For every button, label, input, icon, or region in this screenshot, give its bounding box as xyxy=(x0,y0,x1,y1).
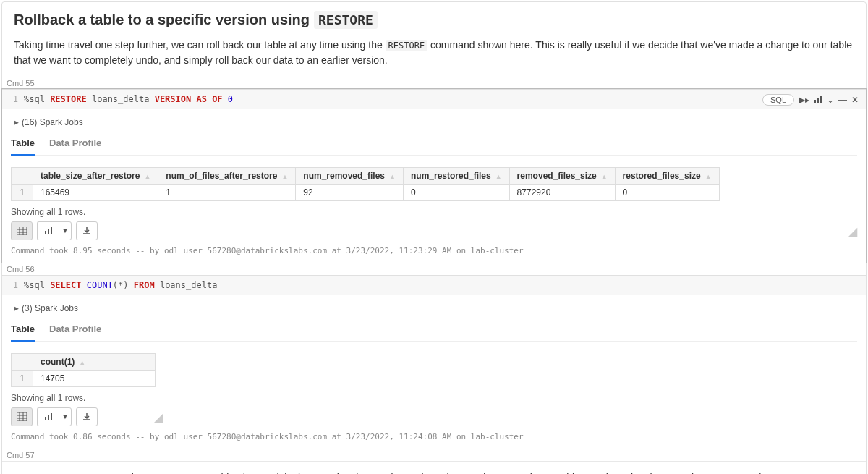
svg-rect-8 xyxy=(45,231,46,234)
index-header[interactable] xyxy=(12,354,33,371)
spark-jobs-toggle[interactable]: ▶ (3) Spark Jobs xyxy=(11,299,857,321)
chart-dropdown-button[interactable]: ▼ xyxy=(59,221,72,240)
code-cell-count[interactable]: 1 %sql SELECT COUNT(*) FROM loans_delta … xyxy=(2,275,866,449)
table-row[interactable]: 1 14705 xyxy=(12,371,156,387)
chart-icon[interactable] xyxy=(814,96,822,104)
chart-view-button-group: ▼ xyxy=(37,221,72,240)
minimize-icon[interactable]: — xyxy=(838,95,847,105)
tab-table[interactable]: Table xyxy=(11,135,35,156)
cell-value: 0 xyxy=(403,185,509,201)
svg-rect-18 xyxy=(51,413,52,420)
tab-table[interactable]: Table xyxy=(11,321,35,342)
svg-rect-16 xyxy=(45,417,46,420)
row-index: 1 xyxy=(12,185,33,201)
output-action-bar: ▼ ◢ xyxy=(11,407,163,426)
close-icon[interactable]: ✕ xyxy=(851,95,859,105)
code-editor[interactable]: 1 %sql RESTORE loans_delta VERSION AS OF… xyxy=(2,90,866,109)
cell-value: 14705 xyxy=(33,371,156,387)
col-header[interactable]: num_removed_files▲ xyxy=(296,168,404,185)
sort-icon[interactable]: ▲ xyxy=(389,173,396,180)
cell-value: 0 xyxy=(615,185,719,201)
sort-icon[interactable]: ▲ xyxy=(495,173,502,180)
triangle-right-icon: ▶ xyxy=(14,119,19,126)
svg-rect-3 xyxy=(17,227,27,235)
tab-data-profile[interactable]: Data Profile xyxy=(49,321,101,341)
col-header[interactable]: num_restored_files▲ xyxy=(403,168,509,185)
col-header[interactable]: restored_files_size▲ xyxy=(615,168,719,185)
table-view-button[interactable] xyxy=(11,221,33,240)
output-tabs: Table Data Profile xyxy=(11,321,857,342)
cell-value: 8772920 xyxy=(509,185,615,201)
heading-restore: Rollback a table to a specific version u… xyxy=(14,11,854,29)
cell-value: 165469 xyxy=(33,185,158,201)
cell-output: ▶ (16) Spark Jobs Table Data Profile tab… xyxy=(2,109,866,263)
cmd-label-57: Cmd 57 xyxy=(2,449,866,461)
index-header[interactable] xyxy=(12,168,33,185)
sort-icon[interactable]: ▲ xyxy=(79,359,85,366)
col-header[interactable]: count(1)▲ xyxy=(33,354,156,371)
language-badge[interactable]: SQL xyxy=(762,94,794,106)
paragraph-conclusion: So as you can see, now when we query our… xyxy=(14,470,854,474)
code-editor[interactable]: 1 %sql SELECT COUNT(*) FROM loans_delta xyxy=(2,276,866,295)
table-view-button[interactable] xyxy=(11,407,33,426)
cmd-label-56: Cmd 56 xyxy=(2,263,866,275)
svg-rect-0 xyxy=(814,100,816,103)
inline-code-restore-body: RESTORE xyxy=(386,40,428,51)
svg-rect-17 xyxy=(48,415,49,420)
command-meta: Command took 8.95 seconds -- by odl_user… xyxy=(11,246,857,255)
run-icon[interactable]: ▶▸ xyxy=(799,95,809,105)
markdown-cell-restore-intro: Rollback a table to a specific version u… xyxy=(2,2,866,77)
resize-handle[interactable]: ◢ xyxy=(154,410,163,424)
markdown-cell-conclusion: So as you can see, now when we query our… xyxy=(2,461,866,474)
download-button[interactable] xyxy=(76,407,98,426)
sort-icon[interactable]: ▲ xyxy=(601,173,608,180)
paragraph-restore-body: Taking time travel one step further, we … xyxy=(14,38,854,68)
output-tabs: Table Data Profile xyxy=(11,135,857,156)
chart-view-button-group: ▼ xyxy=(37,407,72,426)
col-header[interactable]: removed_files_size▲ xyxy=(509,168,615,185)
svg-rect-10 xyxy=(51,227,52,234)
cmd-label-55: Cmd 55 xyxy=(2,77,866,89)
sort-icon[interactable]: ▲ xyxy=(144,173,150,180)
output-action-bar: ▼ ◢ xyxy=(11,221,857,240)
svg-rect-2 xyxy=(820,96,822,103)
cell-toolbar: SQL ▶▸ ⌄ — ✕ xyxy=(762,94,859,106)
code-content[interactable]: %sql RESTORE loans_delta VERSION AS OF 0 xyxy=(24,94,233,104)
sort-icon[interactable]: ▲ xyxy=(705,173,712,180)
spark-jobs-toggle[interactable]: ▶ (16) Spark Jobs xyxy=(11,113,857,135)
result-table: count(1)▲ 1 14705 xyxy=(11,353,156,387)
line-number: 1 xyxy=(9,94,24,104)
cell-output: ▶ (3) Spark Jobs Table Data Profile coun… xyxy=(2,295,866,449)
code-content[interactable]: %sql SELECT COUNT(*) FROM loans_delta xyxy=(24,280,217,290)
svg-rect-1 xyxy=(817,98,819,103)
cell-value: 1 xyxy=(158,185,296,201)
col-header[interactable]: num_of_files_after_restore▲ xyxy=(158,168,296,185)
code-cell-restore[interactable]: 1 %sql RESTORE loans_delta VERSION AS OF… xyxy=(2,89,866,263)
chart-view-button[interactable] xyxy=(37,407,59,426)
download-button[interactable] xyxy=(76,221,98,240)
resize-handle[interactable]: ◢ xyxy=(848,224,857,238)
col-header[interactable]: table_size_after_restore▲ xyxy=(33,168,158,185)
row-count-status: Showing all 1 rows. xyxy=(11,207,857,217)
chart-view-button[interactable] xyxy=(37,221,59,240)
chevron-down-icon[interactable]: ⌄ xyxy=(827,95,834,105)
result-table: table_size_after_restore▲ num_of_files_a… xyxy=(11,167,720,201)
svg-rect-11 xyxy=(17,412,27,421)
cell-value: 92 xyxy=(296,185,404,201)
command-meta: Command took 0.86 seconds -- by odl_user… xyxy=(11,432,857,441)
chart-dropdown-button[interactable]: ▼ xyxy=(59,407,72,426)
svg-rect-9 xyxy=(48,229,49,234)
row-index: 1 xyxy=(12,371,33,387)
inline-code-restore: RESTORE xyxy=(314,11,378,29)
sort-icon[interactable]: ▲ xyxy=(281,173,288,180)
row-count-status: Showing all 1 rows. xyxy=(11,393,857,403)
tab-data-profile[interactable]: Data Profile xyxy=(49,135,101,155)
triangle-right-icon: ▶ xyxy=(14,305,19,312)
table-row[interactable]: 1 165469 1 92 0 8772920 0 xyxy=(12,185,720,201)
line-number: 1 xyxy=(9,280,24,290)
